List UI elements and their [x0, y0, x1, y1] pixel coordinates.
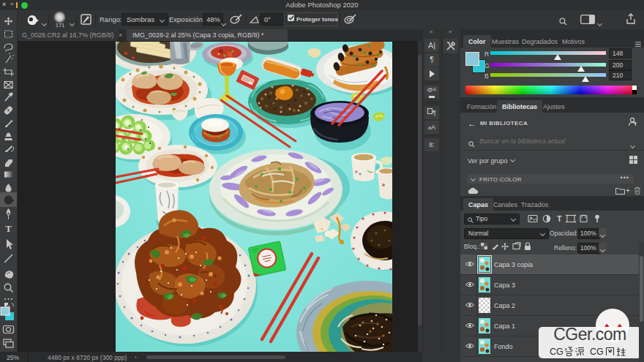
svg-text:T: T	[5, 223, 12, 234]
svg-text:T: T	[557, 214, 562, 223]
svg-text:CG: CG	[550, 347, 564, 356]
svg-text:CG: CG	[590, 347, 604, 356]
